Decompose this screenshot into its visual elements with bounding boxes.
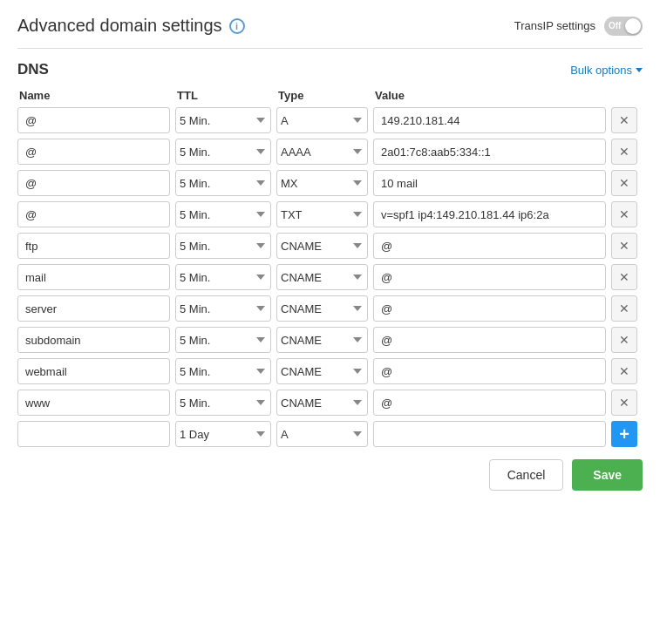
table-row: 5 Min.10 Min.15 Min.30 Min.1 Hour2 Hours…	[17, 327, 643, 353]
footer-actions: Cancel Save	[17, 459, 643, 491]
type-select[interactable]: AAAAAMXTXTCNAMENSSRVCAATLSASSHFPDSNAPTR	[276, 201, 368, 227]
dns-section-header: DNS Bulk options	[17, 61, 643, 78]
value-input[interactable]	[373, 358, 606, 384]
name-input[interactable]	[17, 327, 170, 353]
page-title: Advanced domain settings	[17, 16, 222, 36]
ttl-select[interactable]: 5 Min.10 Min.15 Min.30 Min.1 Hour2 Hours…	[175, 139, 271, 165]
info-icon[interactable]: i	[229, 18, 245, 34]
type-select[interactable]: AAAAAMXTXTCNAMENSSRVCAATLSASSHFPDSNAPTR	[276, 327, 368, 353]
type-select[interactable]: AAAAAMXTXTCNAMENSSRVCAATLSASSHFPDSNAPTR	[276, 295, 368, 322]
value-input[interactable]	[373, 327, 606, 353]
value-input[interactable]	[373, 390, 606, 416]
table-row: 5 Min.10 Min.15 Min.30 Min.1 Hour2 Hours…	[17, 295, 643, 322]
delete-record-button[interactable]: ✕	[611, 327, 637, 353]
type-select[interactable]: AAAAAMXTXTCNAMENSSRVCAATLSASSHFPDSNAPTR	[276, 264, 368, 290]
type-select[interactable]: AAAAAMXTXTCNAMENSSRVCAATLSASSHFPDSNAPTR	[276, 390, 368, 416]
delete-record-button[interactable]: ✕	[611, 358, 637, 384]
type-select[interactable]: AAAAAMXTXTCNAMENSSRVCAATLSASSHFPDSNAPTR	[276, 358, 368, 384]
add-record-button[interactable]: +	[611, 421, 637, 447]
delete-record-button[interactable]: ✕	[611, 107, 637, 133]
ttl-select[interactable]: 5 Min.10 Min.15 Min.30 Min.1 Hour2 Hours…	[175, 170, 271, 196]
table-row: 5 Min.10 Min.15 Min.30 Min.1 Hour2 Hours…	[17, 139, 643, 165]
value-input[interactable]	[373, 170, 606, 196]
name-input[interactable]	[17, 233, 170, 259]
name-input[interactable]	[17, 170, 170, 196]
save-button[interactable]: Save	[572, 459, 643, 491]
ttl-select[interactable]: 5 Min.10 Min.15 Min.30 Min.1 Hour2 Hours…	[175, 201, 271, 227]
col-type-header: Type	[278, 89, 370, 102]
dns-rows-container: 5 Min.10 Min.15 Min.30 Min.1 Hour2 Hours…	[17, 107, 643, 416]
table-row: 5 Min.10 Min.15 Min.30 Min.1 Hour2 Hours…	[17, 233, 643, 259]
name-input[interactable]	[17, 264, 170, 290]
name-input[interactable]	[17, 390, 170, 416]
ttl-select[interactable]: 5 Min.10 Min.15 Min.30 Min.1 Hour2 Hours…	[175, 295, 271, 322]
table-row: 5 Min.10 Min.15 Min.30 Min.1 Hour2 Hours…	[17, 201, 643, 227]
cancel-button[interactable]: Cancel	[489, 459, 564, 491]
ttl-select[interactable]: 5 Min.10 Min.15 Min.30 Min.1 Hour2 Hours…	[175, 327, 271, 353]
toggle-knob	[625, 18, 641, 34]
name-input[interactable]	[17, 295, 170, 322]
toggle-off-label: Off	[609, 21, 621, 31]
delete-record-button[interactable]: ✕	[611, 233, 637, 259]
delete-record-button[interactable]: ✕	[611, 264, 637, 290]
name-input[interactable]	[17, 107, 170, 133]
value-input[interactable]	[373, 139, 606, 165]
col-value-header: Value	[375, 89, 604, 102]
ttl-select[interactable]: 5 Min.10 Min.15 Min.30 Min.1 Hour2 Hours…	[175, 233, 271, 259]
table-row: 5 Min.10 Min.15 Min.30 Min.1 Hour2 Hours…	[17, 390, 643, 416]
transip-toggle[interactable]: Off	[604, 17, 643, 36]
delete-record-button[interactable]: ✕	[611, 201, 637, 227]
chevron-down-icon	[636, 68, 643, 72]
type-select[interactable]: AAAAAMXTXTCNAMENSSRVCAATLSASSHFPDSNAPTR	[276, 107, 368, 133]
name-input[interactable]	[17, 358, 170, 384]
table-header: Name TTL Type Value	[17, 89, 643, 102]
value-input[interactable]	[373, 264, 606, 290]
value-input[interactable]	[373, 295, 606, 322]
delete-record-button[interactable]: ✕	[611, 295, 637, 322]
bulk-options-button[interactable]: Bulk options	[570, 64, 643, 77]
table-row: 5 Min.10 Min.15 Min.30 Min.1 Hour2 Hours…	[17, 264, 643, 290]
table-row: 5 Min.10 Min.15 Min.30 Min.1 Hour2 Hours…	[17, 358, 643, 384]
new-value-input[interactable]	[373, 421, 606, 447]
name-input[interactable]	[17, 139, 170, 165]
dns-new-row: 5 Min.10 Min.15 Min.30 Min.1 Hour2 Hours…	[17, 421, 643, 447]
value-input[interactable]	[373, 107, 606, 133]
new-name-input[interactable]	[17, 421, 170, 447]
ttl-select[interactable]: 5 Min.10 Min.15 Min.30 Min.1 Hour2 Hours…	[175, 358, 271, 384]
table-row: 5 Min.10 Min.15 Min.30 Min.1 Hour2 Hours…	[17, 170, 643, 196]
name-input[interactable]	[17, 201, 170, 227]
header-right: TransIP settings Off	[514, 17, 643, 36]
ttl-select[interactable]: 5 Min.10 Min.15 Min.30 Min.1 Hour2 Hours…	[175, 390, 271, 416]
value-input[interactable]	[373, 201, 606, 227]
new-ttl-select[interactable]: 5 Min.10 Min.15 Min.30 Min.1 Hour2 Hours…	[175, 421, 271, 447]
bulk-options-label: Bulk options	[570, 64, 632, 77]
value-input[interactable]	[373, 233, 606, 259]
delete-record-button[interactable]: ✕	[611, 390, 637, 416]
col-ttl-header: TTL	[177, 89, 273, 102]
page-wrapper: Advanced domain settings i TransIP setti…	[0, 0, 660, 508]
header-left: Advanced domain settings i	[17, 16, 245, 36]
dns-title: DNS	[17, 61, 49, 78]
col-name-header: Name	[19, 89, 172, 102]
type-select[interactable]: AAAAAMXTXTCNAMENSSRVCAATLSASSHFPDSNAPTR	[276, 170, 368, 196]
type-select[interactable]: AAAAAMXTXTCNAMENSSRVCAATLSASSHFPDSNAPTR	[276, 139, 368, 165]
new-type-select[interactable]: AAAAAMXTXTCNAMENSSRVCAATLSASSHFPDSNAPTR	[276, 421, 368, 447]
ttl-select[interactable]: 5 Min.10 Min.15 Min.30 Min.1 Hour2 Hours…	[175, 107, 271, 133]
type-select[interactable]: AAAAAMXTXTCNAMENSSRVCAATLSASSHFPDSNAPTR	[276, 233, 368, 259]
delete-record-button[interactable]: ✕	[611, 170, 637, 196]
transip-settings-label: TransIP settings	[514, 19, 595, 32]
table-row: 5 Min.10 Min.15 Min.30 Min.1 Hour2 Hours…	[17, 107, 643, 133]
delete-record-button[interactable]: ✕	[611, 139, 637, 165]
ttl-select[interactable]: 5 Min.10 Min.15 Min.30 Min.1 Hour2 Hours…	[175, 264, 271, 290]
page-header: Advanced domain settings i TransIP setti…	[17, 16, 643, 49]
